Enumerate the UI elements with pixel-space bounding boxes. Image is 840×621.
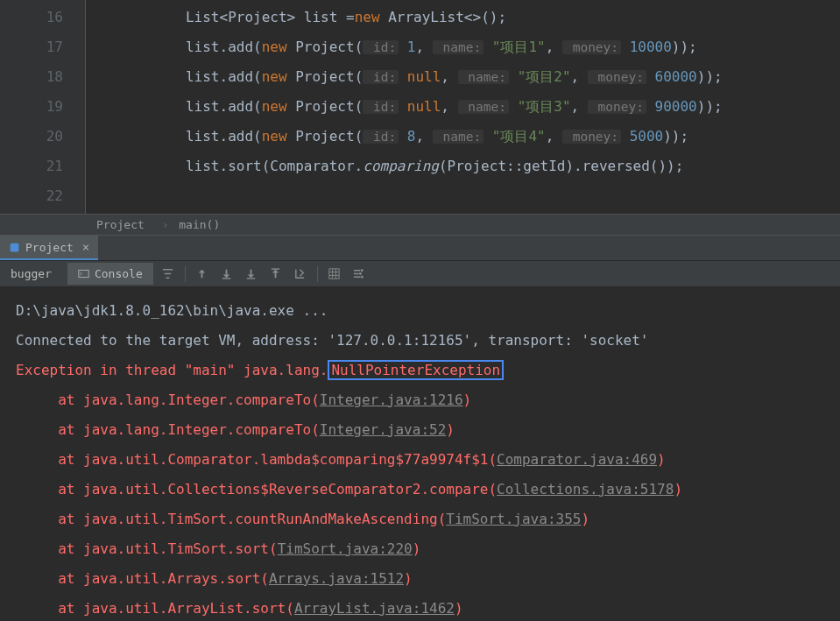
source-link[interactable]: Arrays.java:1512 [269,570,404,587]
line-number: 21 [0,152,63,181]
svg-rect-4 [272,268,279,269]
param-hint: money: [562,40,621,54]
console-line: D:\java\jdk1.8.0_162\bin\java.exe ... [16,296,824,326]
svg-point-6 [361,269,364,272]
svg-point-8 [361,276,364,279]
stack-trace-line: at java.util.TimSort.countRunAndMakeAsce… [16,505,824,534]
code-content[interactable]: List<Project> list =new ArrayList<>(); l… [86,0,840,214]
line-number: 19 [0,92,63,122]
separator [185,266,186,282]
export-icon[interactable] [291,265,310,284]
line-number-gutter: 16 17 18 19 20 21 22 [0,0,86,214]
filter-icon[interactable] [159,265,178,284]
console-output[interactable]: D:\java\jdk1.8.0_162\bin\java.exe ... Co… [0,287,840,621]
stack-trace-line: at java.util.TimSort.sort(TimSort.java:2… [16,534,824,564]
source-link[interactable]: Integer.java:52 [320,421,447,438]
run-icon [9,242,20,253]
breadcrumb-item[interactable]: main() [179,218,220,231]
breadcrumb[interactable]: Project › main() [0,214,840,235]
download-icon[interactable] [217,265,236,284]
param-hint: id: [363,70,399,84]
upload-icon[interactable] [266,265,286,284]
param-hint: money: [588,70,646,84]
line-number: 17 [0,32,63,62]
param-hint: name: [458,100,509,114]
svg-rect-2 [222,278,230,279]
svg-point-7 [359,272,362,275]
svg-rect-1 [79,270,88,277]
breadcrumb-separator: › [162,218,169,231]
line-number: 20 [0,122,63,152]
line-number: 16 [0,3,63,32]
console-exception-line: Exception in thread "main" java.lang.Nul… [16,356,824,385]
exception-highlight: NullPointerException [328,360,504,380]
source-link[interactable]: ArrayList.java:1462 [294,600,455,617]
param-hint: name: [433,130,484,144]
debug-toolbar: bugger Console [0,261,840,287]
param-hint: id: [363,40,399,54]
console-line: Connected to the target VM, address: '12… [16,326,824,356]
param-hint: money: [588,100,646,114]
stack-trace-line: at java.util.Comparator.lambda$comparing… [16,445,824,475]
svg-rect-5 [329,269,339,279]
close-icon[interactable]: × [82,240,89,254]
stack-trace-line: at java.lang.Integer.compareTo(Integer.j… [16,415,824,445]
run-tab-project[interactable]: Project × [0,236,98,260]
code-line[interactable]: list.add(new Project( id: null, name: "项… [93,62,840,92]
tab-debugger[interactable]: bugger [0,263,62,285]
breadcrumb-item[interactable]: Project [96,218,145,231]
source-link[interactable]: Integer.java:1216 [320,392,463,408]
line-number: 18 [0,62,63,92]
run-tab-bar: Project × [0,235,840,261]
stack-trace-line: at java.util.Collections$ReverseComparat… [16,475,824,505]
param-hint: name: [433,40,484,54]
code-line[interactable]: list.add(new Project( id: 8, name: "项目4"… [93,122,840,152]
up-stack-icon[interactable] [193,265,212,284]
param-hint: money: [562,130,621,144]
source-link[interactable]: Comparator.java:469 [497,451,657,468]
stack-trace-line: at java.util.Arrays.sort(Arrays.java:151… [16,564,824,594]
line-number: 22 [0,181,63,211]
console-icon [78,268,89,279]
param-hint: id: [363,130,399,144]
svg-rect-0 [11,243,19,251]
stack-trace: at java.lang.Integer.compareTo(Integer.j… [16,385,824,621]
stack-trace-line: at java.util.ArrayList.sort(ArrayList.ja… [16,594,824,621]
settings-icon[interactable] [349,265,369,284]
code-line[interactable]: list.add(new Project( id: 1, name: "项目1"… [93,32,840,62]
svg-rect-3 [247,278,255,279]
param-hint: id: [363,100,399,114]
code-line[interactable]: list.add(new Project( id: null, name: "项… [93,92,840,122]
source-link[interactable]: Collections.java:5178 [497,481,674,498]
code-editor[interactable]: 16 17 18 19 20 21 22 List<Project> list … [0,0,840,214]
stack-trace-line: at java.lang.Integer.compareTo(Integer.j… [16,385,824,415]
download-icon[interactable] [242,265,261,284]
source-link[interactable]: TimSort.java:355 [446,511,581,527]
code-line[interactable] [93,181,840,211]
tab-label: Console [95,267,143,280]
separator [317,266,318,282]
param-hint: name: [458,70,509,84]
code-line[interactable]: List<Project> list =new ArrayList<>(); [93,3,840,32]
tab-console[interactable]: Console [67,263,153,285]
source-link[interactable]: TimSort.java:220 [278,540,413,557]
code-line[interactable]: list.sort(Comparator.comparing(Project::… [93,152,840,181]
grid-icon[interactable] [325,265,344,284]
tab-label: Project [25,241,74,254]
